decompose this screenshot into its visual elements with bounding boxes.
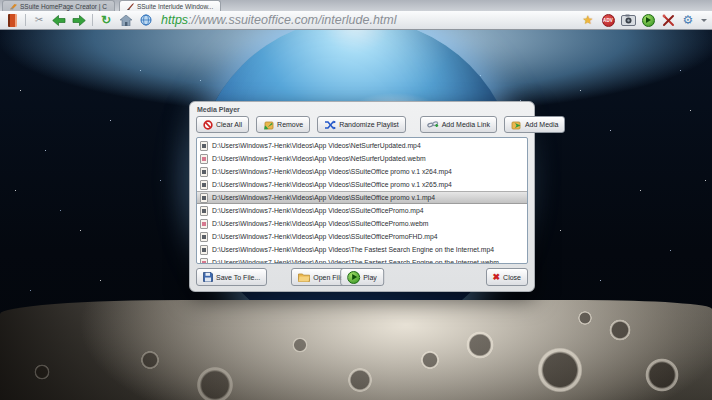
- playlist-item[interactable]: D:\Users\Windows7-Henk\Videos\App Videos…: [197, 152, 527, 165]
- playlist-item[interactable]: D:\Users\Windows7-Henk\Videos\App Videos…: [197, 204, 527, 217]
- toolbar-separator: [25, 14, 26, 26]
- back-arrow-icon: [52, 15, 66, 26]
- webm-file-icon: [200, 219, 208, 229]
- dialog-title: Media Player: [196, 105, 528, 116]
- link-icon: [427, 120, 439, 130]
- home-icon: [120, 15, 132, 26]
- refresh-button[interactable]: ↻: [97, 12, 115, 28]
- ad-blocker-button[interactable]: ADV: [599, 12, 617, 28]
- save-icon: [203, 272, 213, 282]
- remove-button[interactable]: Remove: [256, 116, 310, 133]
- tab-interlude[interactable]: SSuite Interlude Window...: [119, 0, 221, 11]
- webm-file-icon: [200, 154, 208, 164]
- webm-file-icon: [200, 258, 208, 265]
- media-player-icon: [642, 14, 655, 27]
- media-player-dialog: Media Player Clear All Remove Randomize …: [189, 101, 535, 292]
- playlist-item-path: D:\Users\Windows7-Henk\Videos\App Videos…: [212, 207, 424, 214]
- scissors-icon: ✂: [35, 15, 43, 25]
- go-button[interactable]: [137, 12, 155, 28]
- randomize-playlist-button[interactable]: Randomize Playlist: [317, 116, 406, 133]
- refresh-icon: ↻: [101, 14, 111, 26]
- screenshot-button[interactable]: [619, 12, 637, 28]
- media-player-button[interactable]: [639, 12, 657, 28]
- forward-button[interactable]: [70, 12, 88, 28]
- bookmarks-button[interactable]: [3, 12, 21, 28]
- playlist-toolbar: Clear All Remove Randomize Playlist Add …: [196, 116, 528, 133]
- remove-icon: [263, 120, 274, 130]
- url-path: ://www.ssuiteoffice.com/interlude.html: [188, 13, 396, 27]
- play-icon: [347, 271, 360, 284]
- tab-label: SSuite Interlude Window...: [137, 3, 213, 10]
- playlist-item-path: D:\Users\Windows7-Henk\Videos\App Videos…: [212, 259, 499, 264]
- home-button[interactable]: [117, 12, 135, 28]
- moon-surface: [0, 300, 712, 400]
- add-media-link-button[interactable]: Add Media Link: [420, 116, 497, 133]
- mp4-file-icon: [200, 245, 208, 255]
- playlist-item[interactable]: D:\Users\Windows7-Henk\Videos\App Videos…: [197, 178, 527, 191]
- cut-button[interactable]: ✂: [30, 12, 48, 28]
- playlist-item[interactable]: D:\Users\Windows7-Henk\Videos\App Videos…: [197, 217, 527, 230]
- playlist-item-path: D:\Users\Windows7-Henk\Videos\App Videos…: [212, 233, 438, 240]
- playlist: D:\Users\Windows7-Henk\Videos\App Videos…: [196, 137, 528, 264]
- adv-badge-icon: ADV: [602, 14, 615, 27]
- address-url[interactable]: https://www.ssuiteoffice.com/interlude.h…: [161, 13, 577, 27]
- tools-button[interactable]: [659, 12, 677, 28]
- dialog-footer: Save To File... Open File... Play ✖ Clos…: [196, 269, 528, 285]
- playlist-item[interactable]: D:\Users\Windows7-Henk\Videos\App Videos…: [197, 191, 527, 204]
- mp4-file-icon: [200, 180, 208, 190]
- save-to-file-button[interactable]: Save To File...: [196, 268, 267, 286]
- close-button[interactable]: ✖ Close: [486, 268, 528, 286]
- page-viewport: Media Player Clear All Remove Randomize …: [0, 30, 712, 400]
- mp4-file-icon: [200, 206, 208, 216]
- folder-icon: [298, 272, 310, 282]
- mp4-file-icon: [200, 167, 208, 177]
- shuffle-icon: [324, 120, 336, 130]
- playlist-item-path: D:\Users\Windows7-Henk\Videos\App Videos…: [212, 246, 494, 253]
- playlist-item-path: D:\Users\Windows7-Henk\Videos\App Videos…: [212, 155, 426, 162]
- tab-label: SSuite HomePage Creator | C: [20, 3, 107, 10]
- globe-icon: [140, 14, 152, 26]
- playlist-item-path: D:\Users\Windows7-Henk\Videos\App Videos…: [212, 168, 452, 175]
- settings-button[interactable]: ⚙: [679, 12, 697, 28]
- playlist-item-path: D:\Users\Windows7-Henk\Videos\App Videos…: [212, 142, 421, 149]
- tools-icon: [662, 14, 675, 27]
- clear-all-icon: [203, 120, 213, 130]
- playlist-item-path: D:\Users\Windows7-Henk\Videos\App Videos…: [212, 194, 435, 201]
- playlist-item[interactable]: D:\Users\Windows7-Henk\Videos\App Videos…: [197, 165, 527, 178]
- gear-icon: ⚙: [683, 14, 694, 26]
- playlist-item-path: D:\Users\Windows7-Henk\Videos\App Videos…: [212, 181, 452, 188]
- add-media-button[interactable]: Add Media: [504, 116, 565, 133]
- camera-icon: [621, 14, 636, 26]
- url-scheme: https: [161, 13, 188, 27]
- book-icon: [8, 14, 17, 27]
- mp4-file-icon: [200, 141, 208, 151]
- star-icon: ★: [583, 14, 594, 26]
- browser-window: SSuite HomePage Creator | C SSuite Inter…: [0, 0, 712, 400]
- playlist-item[interactable]: D:\Users\Windows7-Henk\Videos\App Videos…: [197, 256, 527, 264]
- close-x-icon: ✖: [493, 273, 501, 282]
- play-button[interactable]: Play: [340, 268, 384, 286]
- toolbar-separator: [92, 14, 93, 26]
- playlist-item[interactable]: D:\Users\Windows7-Henk\Videos\App Videos…: [197, 230, 527, 243]
- mp4-file-icon: [200, 193, 208, 203]
- toolbar-overflow-caret[interactable]: [701, 19, 707, 22]
- homepage-creator-tab-icon: [10, 3, 17, 10]
- interlude-rocket-icon: [127, 3, 134, 10]
- back-button[interactable]: [50, 12, 68, 28]
- add-favorite-button[interactable]: ★: [579, 12, 597, 28]
- forward-arrow-icon: [72, 15, 86, 26]
- add-media-icon: [511, 120, 522, 130]
- playlist-item[interactable]: D:\Users\Windows7-Henk\Videos\App Videos…: [197, 139, 527, 152]
- mp4-file-icon: [200, 232, 208, 242]
- tab-bar: SSuite HomePage Creator | C SSuite Inter…: [0, 0, 712, 11]
- playlist-item-path: D:\Users\Windows7-Henk\Videos\App Videos…: [212, 220, 428, 227]
- tab-homepage-creator[interactable]: SSuite HomePage Creator | C: [2, 0, 115, 11]
- playlist-item[interactable]: D:\Users\Windows7-Henk\Videos\App Videos…: [197, 243, 527, 256]
- clear-all-button[interactable]: Clear All: [196, 116, 249, 133]
- browser-toolbar: ✂ ↻ https://www.ssuiteoffice.com/interlu…: [0, 11, 712, 30]
